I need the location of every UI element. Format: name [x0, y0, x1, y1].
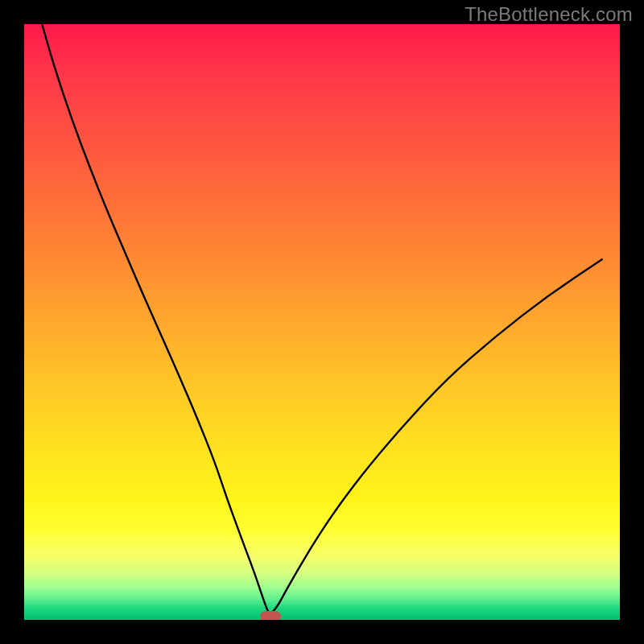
chart-frame: TheBottleneck.com — [0, 0, 644, 644]
plot-area — [24, 24, 620, 620]
watermark-text: TheBottleneck.com — [464, 3, 633, 26]
optimum-marker — [260, 611, 281, 620]
bottleneck-curve — [24, 24, 620, 620]
